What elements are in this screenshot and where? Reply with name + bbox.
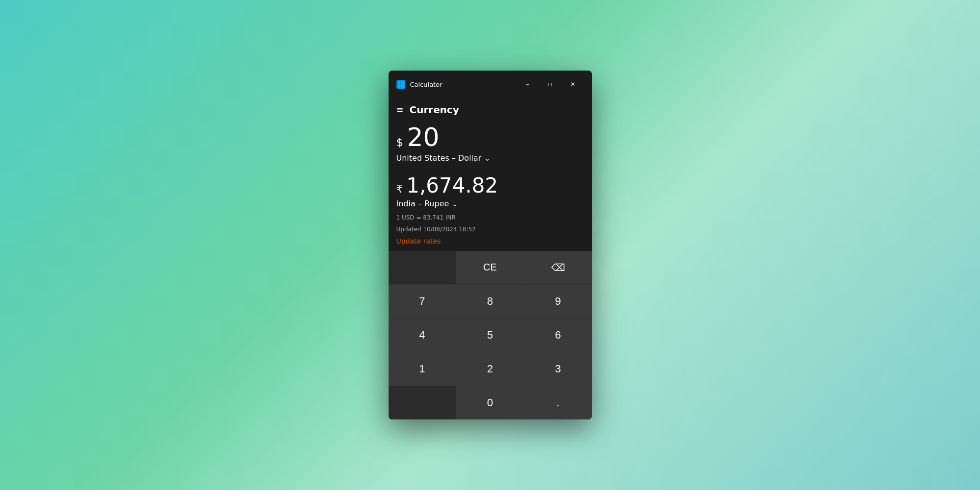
button-4[interactable]: 4 [389,318,456,352]
app-icon [396,80,405,89]
keypad-row-0: 0 . [389,386,592,419]
maximize-button[interactable]: □ [539,76,562,92]
main-content: ≡ Currency $ 20 United States – Dollar ⌄… [389,98,592,250]
ce-button[interactable]: CE [456,251,524,284]
button-2[interactable]: 2 [456,352,524,386]
svg-rect-2 [398,85,400,87]
button-0[interactable]: 0 [456,386,524,419]
window-title: Calculator [410,81,512,88]
keypad-row-456: 4 5 6 [389,318,592,352]
window-controls: − □ ✕ [516,76,584,92]
from-currency-section: $ 20 United States – Dollar ⌄ [396,120,584,163]
backspace-button[interactable]: ⌫ [524,251,592,284]
update-rates-link[interactable]: Update rates [396,237,441,245]
button-1[interactable]: 1 [389,352,456,386]
from-chevron-icon: ⌄ [484,154,490,162]
keypad-row-top: CE ⌫ [389,251,592,284]
button-5[interactable]: 5 [456,318,524,352]
keypad-row-123: 1 2 3 [389,352,592,386]
title-bar: Calculator − □ ✕ [389,71,592,98]
to-amount-row: ₹ 1,674.82 [396,175,584,196]
to-amount-value: 1,674.82 [406,175,498,196]
svg-rect-0 [398,81,400,84]
to-currency-section: ₹ 1,674.82 India – Rupee ⌄ [396,171,584,208]
from-currency-selector[interactable]: United States – Dollar ⌄ [396,153,584,163]
button-7[interactable]: 7 [389,285,456,318]
menu-icon[interactable]: ≡ [396,105,404,114]
to-currency-label: India – Rupee [396,199,449,208]
empty-btn-top [389,251,456,284]
rate-info-line2: Updated 10/08/2024 18:52 [396,225,584,234]
keypad: CE ⌫ 7 8 9 4 5 6 1 2 3 0 . [389,251,592,419]
button-9[interactable]: 9 [524,285,592,318]
from-currency-label: United States – Dollar [396,153,482,163]
minimize-button[interactable]: − [516,76,539,92]
from-amount-row: $ 20 [396,124,584,150]
svg-rect-1 [401,81,404,84]
from-currency-symbol: $ [396,136,403,148]
from-amount-value: 20 [407,124,440,150]
rate-info-line1: 1 USD = 83.741 INR [396,213,584,222]
close-button[interactable]: ✕ [562,76,584,92]
backspace-icon: ⌫ [551,262,565,273]
svg-rect-3 [401,85,404,87]
keypad-row-789: 7 8 9 [389,285,592,318]
page-title: Currency [410,104,459,116]
button-6[interactable]: 6 [524,318,592,352]
button-8[interactable]: 8 [456,285,524,318]
to-chevron-icon: ⌄ [452,200,458,208]
to-currency-symbol: ₹ [396,183,403,195]
calculator-window: Calculator − □ ✕ ≡ Currency $ 20 United … [389,71,592,419]
button-dot[interactable]: . [524,386,592,419]
header-row: ≡ Currency [396,98,584,120]
button-3[interactable]: 3 [524,352,592,386]
empty-btn-bottom [389,386,456,419]
to-currency-selector[interactable]: India – Rupee ⌄ [396,199,584,208]
